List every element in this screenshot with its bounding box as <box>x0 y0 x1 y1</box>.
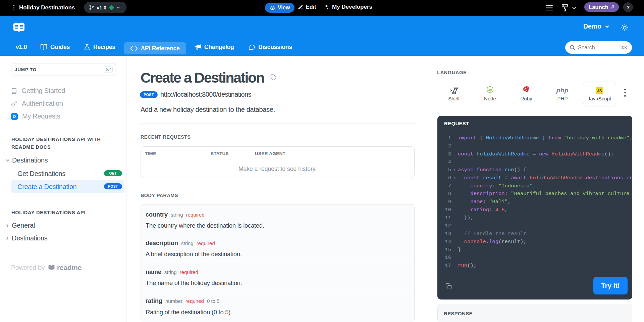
svg-text:JS: JS <box>488 88 492 92</box>
svg-text:JS: JS <box>597 89 602 93</box>
svg-text:readme: readme <box>57 264 82 271</box>
